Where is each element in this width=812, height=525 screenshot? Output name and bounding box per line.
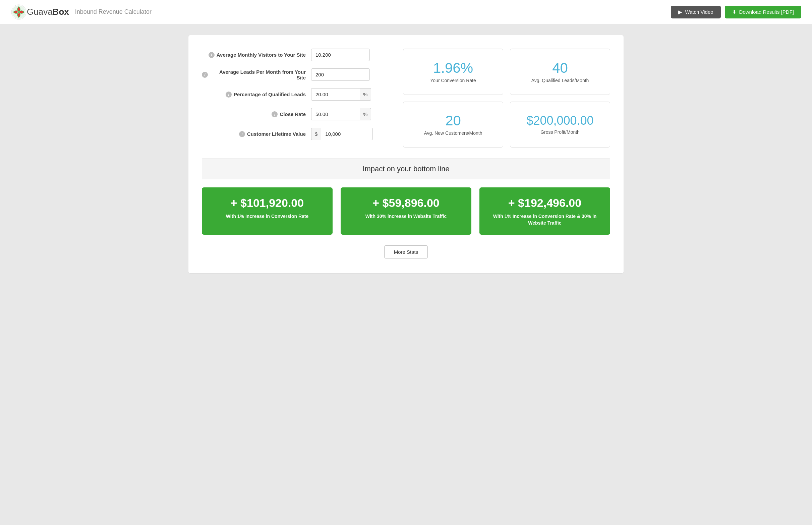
qualified-leads-month-stat: 40 Avg. Qualified Leads/Month [510, 49, 610, 95]
header: GuavaBox Inbound Revenue Calculator ▶ Wa… [0, 0, 812, 24]
impact-heading: Impact on your bottom line [202, 159, 610, 179]
monthly-leads-input[interactable] [311, 69, 370, 81]
page-subtitle: Inbound Revenue Calculator [75, 9, 152, 15]
conversion-rate-impact-value: + $101,920.00 [209, 197, 326, 209]
new-customers-value: 20 [445, 113, 461, 129]
monthly-leads-label: i Average Leads Per Month from Your Site [202, 69, 306, 80]
conversion-rate-impact-card: + $101,920.00 With 1% Increase in Conver… [202, 188, 333, 235]
qualified-leads-month-label: Avg. Qualified Leads/Month [531, 78, 589, 83]
play-icon: ▶ [678, 9, 682, 15]
qualified-leads-input-wrap: % [311, 88, 371, 101]
combined-impact-value: + $192,496.00 [486, 197, 603, 209]
conversion-rate-value: 1.96% [433, 60, 473, 76]
close-rate-input-wrap: % [311, 108, 371, 120]
stats-area: 1.96% Your Conversion Rate 40 Avg. Quali… [403, 49, 610, 148]
traffic-impact-value: + $59,896.00 [347, 197, 465, 209]
lifetime-value-row: i Customer Lifetime Value $ [202, 128, 390, 140]
qualified-leads-info-icon[interactable]: i [226, 91, 232, 97]
monthly-leads-info-icon[interactable]: i [202, 72, 208, 78]
monthly-visitors-input-wrap [311, 49, 370, 61]
close-rate-row: i Close Rate % [202, 108, 390, 120]
watch-video-label: Watch Video [685, 9, 713, 15]
new-customers-stat: 20 Avg. New Customers/Month [403, 102, 503, 148]
combined-impact-desc: With 1% Increase in Conversion Rate & 30… [486, 213, 603, 226]
top-section: i Average Monthly Visitors to Your Site … [202, 49, 610, 148]
lifetime-value-input-wrap: $ [311, 128, 373, 140]
monthly-leads-row: i Average Leads Per Month from Your Site [202, 69, 390, 81]
logo: GuavaBox [11, 4, 69, 20]
watch-video-button[interactable]: ▶ Watch Video [671, 6, 721, 18]
close-rate-info-icon[interactable]: i [272, 111, 277, 117]
combined-impact-card: + $192,496.00 With 1% Increase in Conver… [479, 188, 610, 235]
lifetime-value-input[interactable] [321, 128, 373, 140]
lifetime-value-prefix: $ [311, 128, 321, 140]
gross-profit-label: Gross Profit/Month [540, 130, 580, 135]
conversion-rate-impact-desc: With 1% Increase in Conversion Rate [209, 213, 326, 220]
monthly-visitors-input[interactable] [311, 49, 370, 61]
guavabox-logo-icon [11, 4, 27, 20]
main-content: i Average Monthly Visitors to Your Site … [175, 24, 637, 284]
header-right: ▶ Watch Video ⬇ Download Results [PDF] [671, 6, 801, 18]
gross-profit-value: $200,000.00 [526, 114, 593, 127]
brand-name: GuavaBox [27, 7, 69, 17]
impact-cards: + $101,920.00 With 1% Increase in Conver… [202, 188, 610, 235]
inputs-area: i Average Monthly Visitors to Your Site … [202, 49, 390, 148]
conversion-rate-label: Your Conversion Rate [430, 78, 476, 83]
download-icon: ⬇ [732, 9, 737, 15]
traffic-impact-card: + $59,896.00 With 30% increase in Websit… [341, 188, 471, 235]
monthly-visitors-info-icon[interactable]: i [209, 52, 214, 58]
calculator-card: i Average Monthly Visitors to Your Site … [188, 35, 624, 273]
conversion-rate-stat: 1.96% Your Conversion Rate [403, 49, 503, 95]
impact-section: Impact on your bottom line + $101,920.00… [202, 158, 610, 261]
gross-profit-stat: $200,000.00 Gross Profit/Month [510, 102, 610, 148]
qualified-leads-suffix: % [360, 88, 371, 101]
more-stats-wrap: More Stats [202, 245, 610, 261]
close-rate-label: i Close Rate [202, 111, 306, 117]
new-customers-label: Avg. New Customers/Month [424, 131, 482, 136]
monthly-visitors-row: i Average Monthly Visitors to Your Site [202, 49, 390, 61]
traffic-impact-desc: With 30% increase in Website Traffic [347, 213, 465, 220]
close-rate-suffix: % [360, 108, 371, 120]
lifetime-value-info-icon[interactable]: i [239, 131, 245, 137]
qualified-leads-row: i Percentage of Qualified Leads % [202, 88, 390, 101]
monthly-visitors-label: i Average Monthly Visitors to Your Site [202, 52, 306, 58]
more-stats-button[interactable]: More Stats [384, 245, 428, 258]
qualified-leads-input[interactable] [311, 88, 360, 101]
qualified-leads-month-value: 40 [552, 60, 568, 76]
download-results-button[interactable]: ⬇ Download Results [PDF] [725, 6, 801, 18]
qualified-leads-label: i Percentage of Qualified Leads [202, 91, 306, 97]
lifetime-value-label: i Customer Lifetime Value [202, 131, 306, 137]
close-rate-input[interactable] [311, 108, 360, 120]
download-label: Download Results [PDF] [739, 9, 794, 15]
monthly-leads-input-wrap [311, 69, 370, 81]
header-left: GuavaBox Inbound Revenue Calculator [11, 4, 152, 20]
